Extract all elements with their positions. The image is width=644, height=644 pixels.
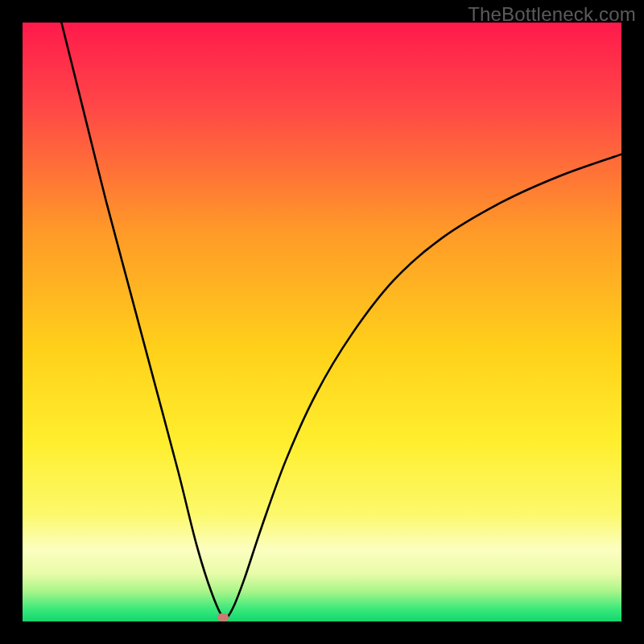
- minimum-marker-icon: [217, 613, 229, 621]
- chart-frame: TheBottleneck.com: [0, 0, 644, 644]
- curve-layer: [23, 23, 621, 621]
- plot-area: [23, 23, 621, 621]
- bottleneck-curve: [61, 23, 621, 618]
